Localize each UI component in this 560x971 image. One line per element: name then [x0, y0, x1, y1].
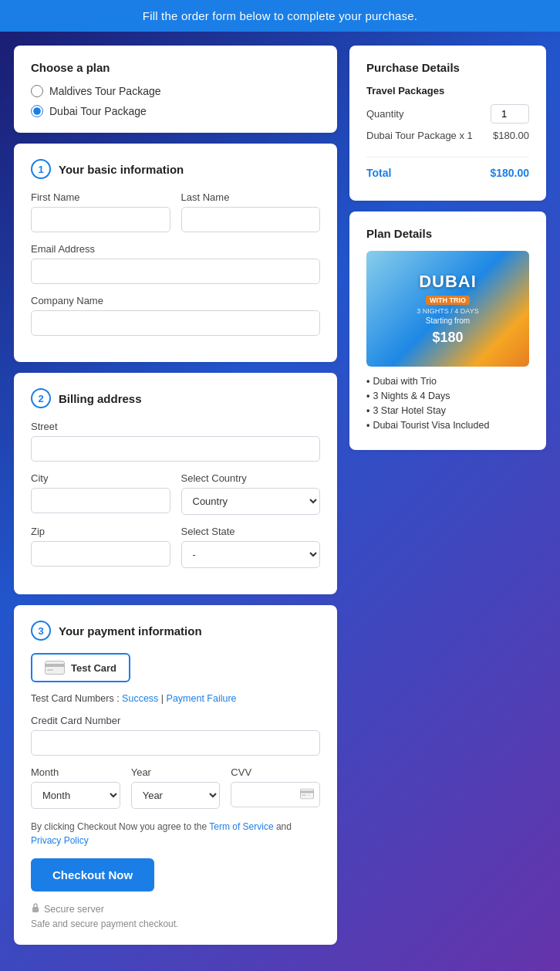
street-label: Street [31, 421, 320, 432]
svg-rect-3 [301, 789, 314, 799]
plan-image-title: DUBAI [417, 272, 478, 292]
dubai-label: Dubai Tour Package [49, 105, 147, 117]
cvv-wrapper [231, 782, 320, 807]
plan-image: DUBAI WITH TRIO 3 NIGHTS / 4 DAYS Starti… [366, 251, 529, 367]
cc-number-input[interactable] [31, 730, 320, 756]
purchase-details-title: Purchase Details [366, 61, 529, 74]
terms-of-service-link[interactable]: Term of Service [209, 821, 273, 832]
svg-rect-1 [45, 664, 65, 667]
zip-state-row: Zip Select State - [31, 526, 320, 568]
payment-method-btn-wrapper: Test Card [31, 653, 320, 693]
total-row: Total $180.00 [366, 167, 529, 179]
purchase-details-card: Purchase Details Travel Packages Quantit… [349, 46, 546, 201]
basic-info-step: 1 [31, 159, 51, 179]
plan-feature-3-text: 3 Star Hotel Stay [373, 405, 446, 416]
last-name-input[interactable] [181, 207, 321, 232]
svg-rect-4 [300, 790, 314, 793]
zip-input[interactable] [31, 541, 170, 567]
cvv-group: CVV [231, 766, 320, 809]
payment-method-button[interactable]: Test Card [31, 653, 130, 682]
payment-card: 3 Your payment information Test Card [14, 605, 337, 945]
cvv-label: CVV [231, 766, 320, 778]
cvv-card-icon [300, 788, 314, 801]
plan-feature-4-text: Dubai Tourist Visa Included [373, 420, 489, 431]
billing-card: 2 Billing address Street City Select [14, 373, 337, 594]
plan-image-subtitle: WITH TRIO [426, 296, 470, 305]
last-name-group: Last Name [181, 191, 321, 232]
country-select[interactable]: Country [181, 488, 321, 515]
payment-step: 3 [31, 621, 51, 641]
year-select[interactable]: Year 202420252026 20272028 [131, 782, 221, 809]
city-country-row: City Select Country Country [31, 472, 320, 515]
payment-title: Your payment information [59, 624, 202, 638]
year-group: Year Year 202420252026 20272028 [131, 766, 221, 809]
month-year-cvv-row: Month Month 010203 040506 070809 101112 … [31, 766, 320, 809]
plan-radio-group: Maldives Tour Package Dubai Tour Package [31, 85, 320, 117]
company-input[interactable] [31, 310, 320, 336]
first-name-group: First Name [31, 191, 170, 232]
country-label: Select Country [181, 472, 321, 484]
svg-rect-0 [46, 661, 65, 675]
test-card-numbers: Test Card Numbers : Success | Payment Fa… [31, 693, 320, 704]
plan-option-dubai[interactable]: Dubai Tour Package [31, 105, 320, 117]
plan-nights: 3 NIGHTS / 4 DAYS [417, 307, 478, 315]
month-label: Month [31, 766, 120, 778]
zip-group: Zip [31, 526, 170, 568]
name-row: First Name Last Name [31, 191, 320, 232]
purchase-section: Travel Packages Quantity Dubai Tour Pack… [366, 85, 529, 157]
privacy-policy-link[interactable]: Privacy Policy [31, 835, 89, 846]
payment-method-label: Test Card [71, 662, 116, 674]
month-select[interactable]: Month 010203 040506 070809 101112 [31, 782, 120, 809]
state-group: Select State - [181, 526, 321, 568]
total-price: $180.00 [490, 167, 529, 179]
billing-header: 2 Billing address [31, 388, 320, 408]
basic-info-card: 1 Your basic information First Name Last… [14, 144, 337, 362]
first-name-label: First Name [31, 191, 170, 203]
maldives-label: Maldives Tour Package [49, 85, 160, 97]
quantity-input[interactable] [491, 104, 529, 123]
zip-label: Zip [31, 526, 170, 537]
company-group: Company Name [31, 295, 320, 336]
email-group: Email Address [31, 243, 320, 284]
plan-feature-1: Dubai with Trio [366, 376, 529, 387]
maldives-radio[interactable] [31, 85, 43, 97]
test-success-link[interactable]: Success [122, 693, 158, 704]
state-label: Select State [181, 526, 321, 537]
quantity-row: Quantity [366, 104, 529, 123]
choose-plan-title: Choose a plan [31, 61, 320, 74]
street-input[interactable] [31, 436, 320, 462]
cc-number-row: Credit Card Number [31, 715, 320, 756]
cc-number-group: Credit Card Number [31, 715, 320, 756]
lock-icon [31, 902, 40, 915]
plan-feature-2-text: 3 Nights & 4 Days [373, 391, 450, 401]
first-name-input[interactable] [31, 207, 170, 232]
secure-server-label: Secure server [44, 904, 104, 915]
test-failure-link[interactable]: Payment Failure [167, 693, 237, 704]
checkout-button[interactable]: Checkout Now [31, 858, 154, 891]
purchase-subtitle: Travel Packages [366, 85, 529, 96]
banner-text: Fill the order form below to complete yo… [143, 9, 417, 22]
plan-option-maldives[interactable]: Maldives Tour Package [31, 85, 320, 97]
country-group: Select Country Country [181, 472, 321, 515]
svg-rect-5 [302, 794, 306, 796]
city-input[interactable] [31, 488, 170, 513]
email-input[interactable] [31, 259, 320, 284]
company-row: Company Name [31, 295, 320, 336]
item-price: $180.00 [493, 130, 529, 141]
billing-step: 2 [31, 388, 51, 408]
plan-details-title: Plan Details [366, 227, 529, 240]
top-banner: Fill the order form below to complete yo… [0, 0, 560, 32]
plan-features-list: Dubai with Trio 3 Nights & 4 Days 3 Star… [366, 376, 529, 431]
city-group: City [31, 472, 170, 515]
total-label: Total [366, 167, 391, 179]
email-label: Email Address [31, 243, 320, 255]
month-group: Month Month 010203 040506 070809 101112 [31, 766, 120, 809]
plan-details-card: Plan Details DUBAI WITH TRIO 3 NIGHTS / … [349, 211, 546, 450]
dubai-radio[interactable] [31, 105, 43, 117]
last-name-label: Last Name [181, 191, 321, 203]
basic-info-title: Your basic information [59, 163, 184, 176]
year-label: Year [131, 766, 221, 778]
svg-rect-6 [308, 794, 310, 796]
state-select[interactable]: - [181, 541, 321, 568]
plan-image-content: DUBAI WITH TRIO 3 NIGHTS / 4 DAYS Starti… [417, 272, 478, 346]
